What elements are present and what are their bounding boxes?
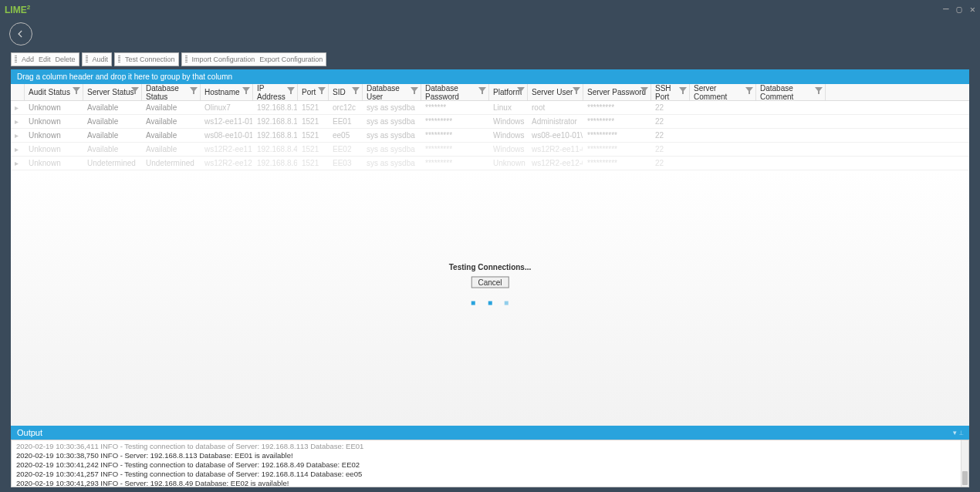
cell-ssh-port: 22	[651, 129, 690, 142]
cell-ip-address: 192.168.8.69	[253, 157, 298, 170]
cell-hostname: ws12-ee11-01	[201, 115, 253, 128]
row-selector[interactable]: ▸	[11, 115, 25, 128]
column-header-port[interactable]: Port	[298, 84, 329, 100]
filter-icon[interactable]	[287, 87, 295, 95]
column-label: Database Status	[146, 84, 196, 101]
output-line: 2020-02-19 10:30:38,750 INFO - Server: 1…	[16, 451, 964, 460]
filter-icon[interactable]	[411, 87, 418, 95]
add-button[interactable]: Add	[22, 56, 34, 63]
window-controls: ─ ▢ ✕	[943, 4, 975, 15]
table-body: ▸UnknownAvailableAvailableOlinux7192.168…	[11, 101, 969, 170]
app-logo: LIME2	[5, 4, 30, 15]
cell-server-status: Available	[83, 143, 142, 156]
filter-icon[interactable]	[352, 87, 360, 95]
filter-icon[interactable]	[131, 87, 139, 95]
cell-hostname: ws12R2-ee11-01	[201, 143, 253, 156]
grip-icon[interactable]	[118, 56, 120, 63]
cell-database-status: Undetermined	[142, 157, 201, 170]
column-header-ip-address[interactable]: IP Address	[253, 84, 298, 100]
column-label: Server User	[532, 88, 573, 96]
column-header-server-password[interactable]: Server Password	[583, 84, 651, 100]
export-config-button[interactable]: Export Configuration	[259, 56, 323, 63]
column-header-database-status[interactable]: Database Status	[142, 84, 201, 100]
column-header-hostname[interactable]: Hostname	[201, 84, 253, 100]
cell-database-status: Available	[142, 129, 201, 142]
filter-icon[interactable]	[73, 87, 80, 95]
cell-database-password: *********	[421, 157, 489, 170]
cell-sid: EE03	[329, 157, 363, 170]
cell-server-comment	[690, 129, 756, 142]
test-connection-button[interactable]: Test Connection	[125, 56, 175, 63]
column-header-database-comment[interactable]: Database Comment	[756, 84, 826, 100]
dot-icon	[471, 301, 475, 305]
column-header-server-comment[interactable]: Server Comment	[690, 84, 756, 100]
table-row[interactable]: ▸UnknownAvailableAvailableOlinux7192.168…	[11, 101, 969, 115]
column-header-sid[interactable]: SID	[329, 84, 363, 100]
close-icon[interactable]: ✕	[970, 4, 975, 15]
column-header-server-user[interactable]: Server User	[528, 84, 583, 100]
table-row[interactable]: ▸UnknownUndeterminedUndeterminedws12R2-e…	[11, 157, 969, 170]
cell-database-status: Available	[142, 101, 201, 114]
cell-database-status: Available	[142, 115, 201, 128]
cell-audit-status: Unknown	[25, 143, 83, 156]
output-line: 2020-02-19 10:30:41,257 INFO - Testing c…	[16, 470, 964, 479]
cell-server-password: **********	[583, 143, 651, 156]
row-selector[interactable]: ▸	[11, 101, 25, 114]
filter-icon[interactable]	[242, 87, 250, 95]
maximize-icon[interactable]: ▢	[957, 4, 962, 15]
toolbar-group-audit: Audit	[82, 52, 113, 66]
output-panel-header[interactable]: Output ▾ ⟂	[11, 426, 969, 440]
filter-icon[interactable]	[640, 87, 648, 95]
grip-icon[interactable]	[185, 56, 188, 63]
audit-button[interactable]: Audit	[93, 56, 109, 63]
column-header-database-password[interactable]: Database Password	[421, 84, 489, 100]
table-row[interactable]: ▸UnknownAvailableAvailablews12R2-ee11-01…	[11, 143, 969, 157]
row-selector[interactable]: ▸	[11, 143, 25, 156]
header-bar	[0, 19, 980, 49]
cell-audit-status: Unknown	[25, 115, 83, 128]
column-header-platform[interactable]: Platform	[489, 84, 528, 100]
cell-platform: Windows	[489, 115, 528, 128]
cancel-button[interactable]: Cancel	[471, 276, 509, 288]
cell-database-password: *******	[421, 101, 489, 114]
cell-database-comment	[756, 157, 826, 170]
column-header-server-status[interactable]: Server Status	[83, 84, 142, 100]
cell-ssh-port: 22	[651, 157, 690, 170]
edit-button[interactable]: Edit	[39, 56, 51, 63]
filter-icon[interactable]	[745, 87, 753, 95]
logo-text: LIME	[5, 5, 27, 15]
cell-platform: Linux	[489, 101, 528, 114]
group-by-hint[interactable]: Drag a column header and drop it here to…	[11, 69, 969, 84]
filter-icon[interactable]	[679, 87, 687, 95]
filter-icon[interactable]	[318, 87, 326, 95]
grip-icon[interactable]	[15, 56, 17, 63]
cell-server-user: ws12R2-ee11-01\A	[528, 143, 583, 156]
output-scrollbar[interactable]	[961, 440, 968, 487]
back-button[interactable]	[9, 22, 32, 45]
filter-icon[interactable]	[517, 87, 525, 95]
pin-icon[interactable]: ▾ ⟂	[953, 429, 963, 436]
row-selector[interactable]: ▸	[11, 157, 25, 170]
filter-icon[interactable]	[190, 87, 198, 95]
column-header-ssh-port[interactable]: SSH Port	[651, 84, 690, 100]
output-line: 2020-02-19 10:30:41,242 INFO - Testing c…	[16, 460, 964, 470]
toolbar: Add Edit Delete Audit Test Connection Im…	[0, 52, 980, 66]
column-header-database-user[interactable]: Database User	[363, 84, 421, 100]
filter-icon[interactable]	[573, 87, 580, 95]
minimize-icon[interactable]: ─	[943, 4, 948, 15]
table-row[interactable]: ▸UnknownAvailableAvailablews08-ee10-0119…	[11, 129, 969, 143]
delete-button[interactable]: Delete	[56, 56, 76, 63]
cell-platform: Unknown	[489, 157, 528, 170]
table-row[interactable]: ▸UnknownAvailableAvailablews12-ee11-0119…	[11, 115, 969, 129]
grip-icon[interactable]	[86, 56, 88, 63]
filter-icon[interactable]	[478, 87, 486, 95]
cell-database-user: sys as sysdba	[363, 157, 421, 170]
filter-icon[interactable]	[815, 87, 823, 95]
column-label: Database User	[367, 84, 417, 101]
column-label: Server Status	[87, 88, 134, 96]
import-config-button[interactable]: Import Configuration	[192, 56, 255, 63]
row-selector[interactable]: ▸	[11, 129, 25, 142]
row-selector-header[interactable]	[11, 84, 25, 100]
column-header-audit-status[interactable]: Audit Status	[25, 84, 83, 100]
scrollbar-thumb[interactable]	[962, 471, 968, 485]
